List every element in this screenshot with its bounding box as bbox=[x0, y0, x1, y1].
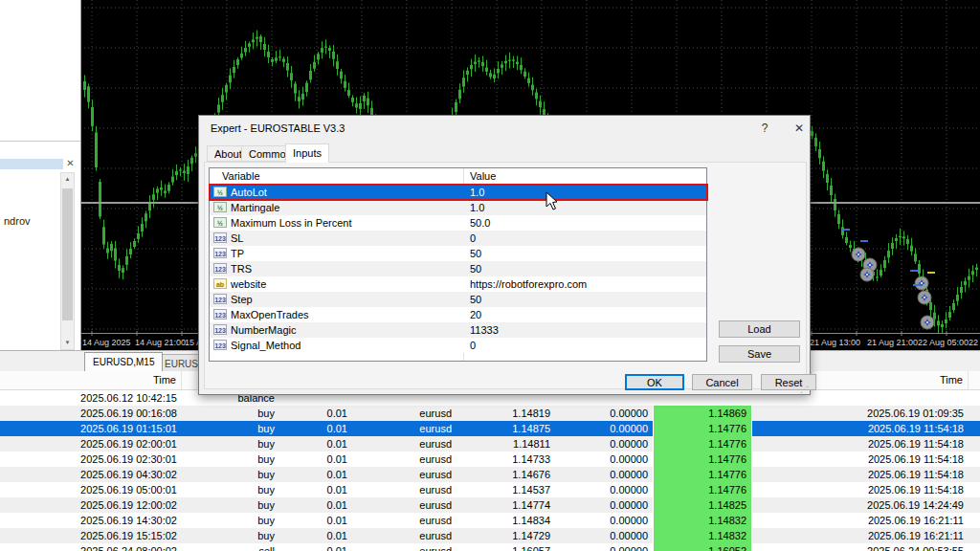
history-cell: 1.14834 bbox=[457, 513, 555, 528]
input-row-Step[interactable]: 123Step50 bbox=[210, 292, 706, 307]
history-row[interactable]: 2025.06.19 05:00:01buy0.01eurusd1.145370… bbox=[0, 482, 980, 497]
inputs-table: Variable Value ½AutoLot1.0½Martingale1.0… bbox=[209, 167, 707, 362]
input-row-MaxOpenTrades[interactable]: 123MaxOpenTrades20 bbox=[210, 307, 706, 322]
history-cell: 2025.06.19 12:00:02 bbox=[0, 497, 182, 513]
input-name: TRS bbox=[231, 261, 252, 276]
input-row-TP[interactable]: 123TP50 bbox=[210, 246, 706, 261]
history-cell: 2025.06.19 02:30:01 bbox=[0, 452, 182, 467]
history-cell bbox=[752, 528, 812, 543]
column-value: Value bbox=[470, 168, 496, 184]
input-row-TRS[interactable]: 123TRS50 bbox=[210, 261, 706, 276]
history-cell: 0.00000 bbox=[555, 421, 653, 436]
close-icon[interactable]: ✕ bbox=[63, 157, 78, 170]
load-button[interactable]: Load bbox=[719, 320, 800, 338]
history-row[interactable]: 2025.06.19 00:16:08buy0.01eurusd1.148190… bbox=[0, 406, 980, 421]
input-value[interactable]: 20 bbox=[470, 307, 481, 322]
history-row[interactable]: 2025.06.19 15:15:02buy0.01eurusd1.147290… bbox=[0, 528, 980, 543]
chart-tab-eurusd-m15[interactable]: EURUSD,M15 bbox=[84, 352, 163, 371]
input-value[interactable]: 50 bbox=[470, 246, 481, 261]
history-cell: 1.16057 bbox=[457, 543, 555, 551]
history-cell: eurusd bbox=[352, 513, 457, 528]
history-cell: 0.01 bbox=[279, 421, 352, 436]
history-cell: 1.14676 bbox=[457, 467, 555, 482]
input-row-website[interactable]: abwebsitehttps://robotforexpro.com bbox=[210, 276, 706, 292]
scroll-up-icon[interactable]: ▲ bbox=[61, 173, 74, 186]
save-button[interactable]: Save bbox=[719, 345, 800, 363]
history-cell: 0.00000 bbox=[555, 528, 653, 543]
history-cell: 2025.06.19 14:24:49 bbox=[812, 497, 969, 513]
history-cell: 0.01 bbox=[279, 482, 352, 497]
history-cell: buy bbox=[182, 482, 279, 497]
history-cell: 2025.06.24 00:53:55 bbox=[812, 543, 969, 551]
ok-button[interactable]: OK bbox=[625, 374, 684, 390]
history-cell: eurusd bbox=[352, 406, 457, 421]
history-cell: 0.00000 bbox=[555, 482, 653, 497]
input-row-Maximum Loss in Percent[interactable]: ½Maximum Loss in Percent50.0 bbox=[210, 215, 706, 231]
close-icon[interactable]: ✕ bbox=[789, 119, 810, 138]
history-cell: 0.00000 bbox=[555, 406, 653, 421]
history-cell: 1.14776 bbox=[653, 467, 752, 482]
history-cell: eurusd bbox=[352, 436, 457, 452]
input-value[interactable]: https://robotforexpro.com bbox=[470, 276, 587, 292]
history-cell: 0.00000 bbox=[555, 513, 653, 528]
history-cell: 2025.06.19 16:21:11 bbox=[812, 528, 969, 543]
history-row[interactable]: 2025.06.19 14:30:02buy0.01eurusd1.148340… bbox=[0, 513, 980, 528]
input-row-SL[interactable]: 123SL0 bbox=[210, 231, 706, 246]
help-icon[interactable]: ? bbox=[754, 119, 775, 138]
input-value[interactable]: 1.0 bbox=[470, 200, 484, 215]
history-cell: buy bbox=[182, 528, 279, 543]
history-row[interactable]: 2025.06.19 12:00:02buy0.01eurusd1.147740… bbox=[0, 497, 980, 513]
history-column-header[interactable]: Time bbox=[812, 371, 969, 389]
int-type-icon: 123 bbox=[213, 294, 227, 304]
panel-scrollbar[interactable]: ▲ ▼ bbox=[60, 172, 75, 350]
history-cell bbox=[752, 482, 812, 497]
input-row-Martingale[interactable]: ½Martingale1.0 bbox=[210, 200, 706, 215]
history-cell bbox=[752, 452, 812, 467]
input-row-Signal_Method[interactable]: 123Signal_Method0 bbox=[210, 338, 706, 353]
history-cell: 0.01 bbox=[279, 528, 352, 543]
history-cell: eurusd bbox=[352, 467, 457, 482]
history-cell: 2025.06.19 11:54:18 bbox=[812, 467, 969, 482]
input-row-NumberMagic[interactable]: 123NumberMagic11333 bbox=[210, 322, 706, 338]
cancel-button[interactable]: Cancel bbox=[692, 374, 752, 390]
input-value[interactable]: 1.0 bbox=[470, 185, 484, 200]
int-type-icon: 123 bbox=[213, 232, 227, 243]
history-cell: sell bbox=[182, 543, 279, 551]
history-cell: 0.01 bbox=[279, 452, 352, 467]
history-row[interactable]: 2025.06.19 02:00:01buy0.01eurusd1.148110… bbox=[0, 436, 980, 452]
input-name: Martingale bbox=[231, 200, 279, 215]
history-cell bbox=[812, 390, 969, 406]
input-value[interactable]: 50.0 bbox=[470, 215, 490, 231]
svg-text:22 A: 22 A bbox=[969, 338, 980, 347]
input-value[interactable]: 50 bbox=[470, 292, 481, 307]
history-cell: 1.14537 bbox=[457, 482, 555, 497]
history-cell: 2025.06.19 11:54:18 bbox=[812, 482, 969, 497]
history-cell: 2025.06.19 05:00:01 bbox=[0, 482, 182, 497]
tab-inputs[interactable]: Inputs bbox=[285, 143, 329, 163]
history-cell: 0.01 bbox=[279, 513, 352, 528]
history-row[interactable]: 2025.06.24 08:00:02sell0.01eurusd1.16057… bbox=[0, 543, 980, 551]
panel-partial-text: ndrov bbox=[4, 215, 31, 227]
resize-grip-icon[interactable]: ⋰ bbox=[800, 385, 809, 394]
scroll-thumb[interactable] bbox=[62, 188, 73, 320]
history-row[interactable]: 2025.06.19 01:15:01buy0.01eurusd1.148750… bbox=[0, 421, 980, 436]
input-value[interactable]: 11333 bbox=[470, 322, 499, 338]
history-cell: 0.00000 bbox=[555, 543, 653, 551]
history-cell: 1.14776 bbox=[653, 436, 752, 452]
history-cell: 1.14825 bbox=[653, 497, 752, 513]
scroll-down-icon[interactable]: ▼ bbox=[61, 337, 74, 349]
history-cell: eurusd bbox=[352, 543, 457, 551]
history-row[interactable]: 2025.06.19 02:30:01buy0.01eurusd1.147330… bbox=[0, 452, 980, 467]
int-type-icon: 123 bbox=[213, 340, 227, 350]
input-value[interactable]: 50 bbox=[470, 261, 481, 276]
history-cell: 1.14832 bbox=[653, 528, 752, 543]
history-row[interactable]: 2025.06.19 04:30:02buy0.01eurusd1.146760… bbox=[0, 467, 980, 482]
double-type-icon: ½ bbox=[213, 217, 227, 228]
input-row-AutoLot[interactable]: ½AutoLot1.0 bbox=[210, 185, 706, 200]
history-cell bbox=[752, 406, 812, 421]
history-cell: 2025.06.19 11:54:18 bbox=[812, 421, 969, 436]
int-type-icon: 123 bbox=[213, 309, 227, 320]
history-column-header[interactable]: Time bbox=[0, 371, 182, 389]
input-value[interactable]: 0 bbox=[470, 338, 476, 353]
input-value[interactable]: 0 bbox=[470, 231, 476, 246]
